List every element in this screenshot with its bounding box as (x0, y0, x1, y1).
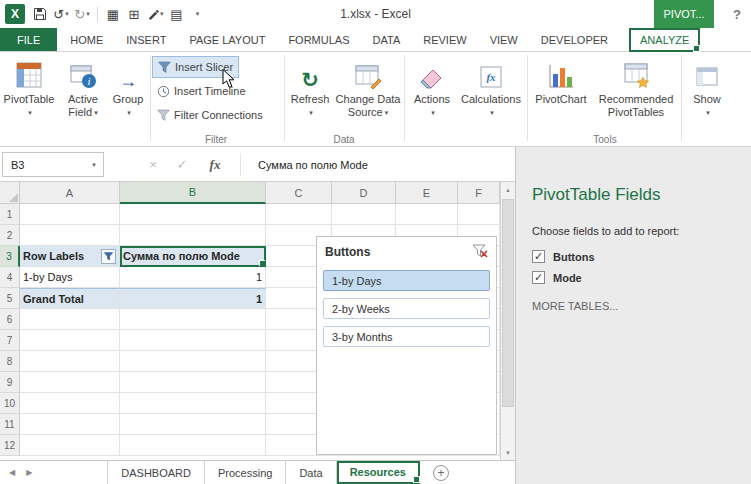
actions-button[interactable]: Actions ▾ (407, 54, 457, 144)
field-item-mode[interactable]: ✓ Mode (532, 271, 737, 284)
cell[interactable] (120, 393, 266, 414)
group-button[interactable]: → Group ▾ (108, 54, 148, 144)
row-header-8[interactable]: 8 (0, 351, 20, 372)
excel-app-icon[interactable]: X (5, 4, 25, 24)
enter-icon[interactable]: ✓ (172, 152, 192, 177)
scroll-down-icon[interactable]: ▼ (501, 445, 515, 460)
tab-developer[interactable]: DEVELOPER (531, 28, 618, 51)
qat-table-button[interactable]: ⊞ (124, 3, 144, 25)
sheet-tab-data[interactable]: Data (286, 461, 336, 484)
row-header-3[interactable]: 3 (0, 246, 20, 267)
formula-input[interactable]: Сумма по полю Mode (258, 147, 368, 182)
chevron-down-icon[interactable]: ▾ (85, 161, 103, 169)
select-all-corner[interactable] (0, 182, 20, 204)
column-header-b[interactable]: B (120, 182, 266, 204)
cell[interactable] (458, 204, 500, 225)
filter-connections-button[interactable]: Filter Connections (152, 104, 268, 126)
undo-button[interactable]: ↺▾ (51, 3, 71, 25)
redo-button[interactable]: ↻▾ (72, 3, 92, 25)
row-header-7[interactable]: 7 (0, 330, 20, 351)
slicer-item-2-by-weeks[interactable]: 2-by Weeks (323, 298, 490, 319)
sheet-nav-left-icon[interactable]: ◀ (9, 468, 15, 477)
cell[interactable] (120, 225, 266, 246)
sheet-nav-right-icon[interactable]: ▶ (26, 468, 32, 477)
cell[interactable] (20, 204, 120, 225)
tab-formulas[interactable]: FORMULAS (278, 28, 359, 51)
tab-view[interactable]: VIEW (480, 28, 528, 51)
cell[interactable] (20, 435, 120, 456)
tab-page-layout[interactable]: PAGE LAYOUT (179, 28, 275, 51)
name-box[interactable]: B3 ▾ (2, 152, 104, 177)
row-header-6[interactable]: 6 (0, 309, 20, 330)
scroll-up-icon[interactable]: ▲ (501, 182, 515, 197)
row-header-4[interactable]: 4 (0, 267, 20, 288)
qat-customize-button[interactable]: ▾ (188, 3, 208, 25)
slicer-item-1-by-days[interactable]: 1-by Days (323, 270, 490, 291)
vertical-scrollbar[interactable]: ▲ ▼ (500, 182, 515, 460)
tab-review[interactable]: REVIEW (413, 28, 476, 51)
tab-home[interactable]: HOME (60, 28, 113, 51)
insert-slicer-button[interactable]: Insert Slicer (152, 56, 239, 78)
save-button[interactable] (30, 3, 50, 25)
slicer-buttons[interactable]: Buttons 1-by Days 2-by Weeks 3-by Months (316, 236, 497, 455)
more-tables-link[interactable]: MORE TABLES... (532, 300, 737, 312)
qat-sheet-button[interactable]: ▤ (167, 3, 187, 25)
row-header-1[interactable]: 1 (0, 204, 20, 225)
help-icon[interactable]: ? (733, 0, 741, 28)
cell[interactable] (20, 225, 120, 246)
cell[interactable] (20, 309, 120, 330)
cell[interactable] (120, 351, 266, 372)
column-header-a[interactable]: A (20, 182, 120, 204)
cell[interactable] (20, 351, 120, 372)
cell[interactable] (332, 204, 396, 225)
column-header-f[interactable]: F (458, 182, 500, 204)
cell[interactable] (120, 309, 266, 330)
qat-grid-button[interactable]: ▦ (103, 3, 123, 25)
column-header-e[interactable]: E (396, 182, 458, 204)
cell[interactable] (20, 393, 120, 414)
cell[interactable] (266, 204, 332, 225)
row-header-11[interactable]: 11 (0, 414, 20, 435)
cell[interactable] (20, 414, 120, 435)
clear-filter-icon[interactable] (472, 244, 488, 260)
slicer-item-3-by-months[interactable]: 3-by Months (323, 326, 490, 347)
cell[interactable] (120, 372, 266, 393)
insert-timeline-button[interactable]: Insert Timeline (152, 80, 251, 102)
cancel-icon[interactable]: × (143, 152, 163, 177)
sheet-tab-processing[interactable]: Processing (205, 461, 286, 484)
cell-A3[interactable]: Row Labels (20, 246, 120, 267)
tab-insert[interactable]: INSERT (116, 28, 176, 51)
pivotchart-button[interactable]: PivotChart (531, 54, 591, 144)
tab-file[interactable]: FILE (0, 28, 57, 51)
cell-A5[interactable]: Grand Total (20, 288, 120, 309)
insert-function-icon[interactable]: fx (203, 152, 227, 177)
add-sheet-icon[interactable]: + (433, 465, 449, 481)
column-header-d[interactable]: D (332, 182, 396, 204)
recommended-pivottables-button[interactable]: Recommended PivotTables (593, 54, 679, 144)
refresh-button[interactable]: ↻ Refresh ▾ (287, 54, 333, 144)
change-data-source-button[interactable]: Change Data Source▾ (336, 54, 400, 144)
cell[interactable] (120, 204, 266, 225)
calculations-button[interactable]: fx Calculations ▾ (459, 54, 523, 144)
qat-draw-button[interactable]: ▾ (145, 3, 166, 25)
scrollbar-thumb[interactable] (502, 199, 514, 407)
tab-analyze[interactable]: ANALYZE (629, 28, 700, 52)
row-header-9[interactable]: 9 (0, 372, 20, 393)
cell[interactable] (120, 330, 266, 351)
field-item-buttons[interactable]: ✓ Buttons (532, 250, 737, 263)
sheet-tab-dashboard[interactable]: DASHBOARD (107, 461, 205, 484)
cell-A4[interactable]: 1-by Days (20, 267, 120, 288)
cell[interactable] (396, 204, 458, 225)
row-labels-filter-icon[interactable] (101, 249, 116, 264)
pivottable-button[interactable]: PivotTable ▾ (2, 54, 56, 144)
row-header-12[interactable]: 12 (0, 435, 20, 456)
tab-data[interactable]: DATA (363, 28, 411, 51)
show-button[interactable]: Show ▾ (684, 54, 730, 144)
cell-B5[interactable]: 1 (120, 288, 266, 309)
sheet-tab-resources[interactable]: Resources (337, 461, 420, 484)
cell[interactable] (20, 372, 120, 393)
checkbox-buttons[interactable]: ✓ (532, 250, 545, 263)
row-header-10[interactable]: 10 (0, 393, 20, 414)
active-field-button[interactable]: i Active Field▾ (59, 54, 107, 144)
cell[interactable] (120, 414, 266, 435)
